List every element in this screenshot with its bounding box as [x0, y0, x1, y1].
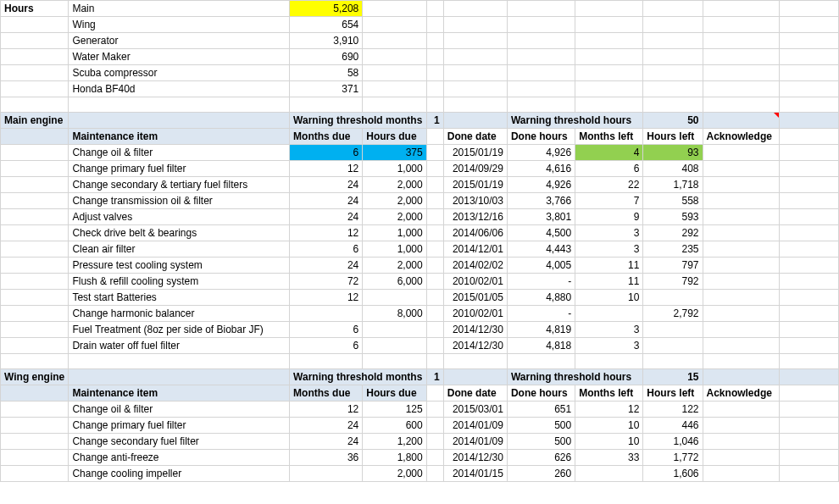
done-hours[interactable]: 4,926 — [507, 145, 575, 161]
hours-due[interactable]: 6,000 — [363, 274, 426, 290]
cell[interactable] — [426, 17, 443, 33]
equipment-name[interactable]: Main — [69, 1, 290, 17]
cell[interactable] — [575, 49, 643, 65]
done-hours[interactable]: 4,443 — [507, 241, 575, 258]
done-date[interactable]: 2015/01/19 — [443, 145, 507, 161]
acknowledge-cell[interactable] — [703, 274, 779, 290]
done-hours[interactable]: 4,880 — [507, 290, 575, 306]
done-date[interactable]: 2015/01/05 — [443, 290, 507, 306]
months-due[interactable]: 36 — [290, 450, 363, 466]
cell[interactable] — [779, 193, 838, 209]
cell[interactable] — [643, 17, 703, 33]
months-left[interactable]: 10 — [575, 434, 643, 450]
months-due[interactable]: 24 — [290, 434, 363, 450]
hours-left[interactable]: 1,606 — [643, 466, 703, 482]
done-date[interactable]: 2014/12/30 — [443, 450, 507, 466]
maintenance-item[interactable]: Fuel Treatment (8oz per side of Biobar J… — [69, 322, 290, 338]
cell[interactable] — [779, 129, 838, 145]
cell[interactable] — [703, 97, 779, 113]
months-due[interactable]: 6 — [290, 145, 363, 161]
months-due[interactable] — [290, 306, 363, 322]
equipment-hours[interactable]: 3,910 — [290, 33, 363, 49]
acknowledge-cell[interactable] — [703, 338, 779, 354]
cell[interactable] — [426, 81, 443, 97]
done-date[interactable]: 2015/03/01 — [443, 402, 507, 418]
months-due[interactable]: 24 — [290, 258, 363, 274]
cell[interactable] — [779, 241, 838, 258]
cell[interactable] — [363, 65, 426, 81]
cell[interactable] — [290, 97, 363, 113]
months-left[interactable] — [575, 306, 643, 322]
acknowledge-cell[interactable] — [703, 177, 779, 193]
cell[interactable] — [779, 434, 838, 450]
hours-due[interactable]: 375 — [363, 145, 426, 161]
done-date[interactable]: 2014/01/09 — [443, 434, 507, 450]
acknowledge-cell[interactable] — [703, 450, 779, 466]
equipment-hours[interactable]: 654 — [290, 17, 363, 33]
cell[interactable] — [426, 129, 443, 145]
cell[interactable] — [703, 49, 779, 65]
cell[interactable] — [643, 97, 703, 113]
section-title[interactable]: Wing engine — [1, 369, 69, 385]
equipment-hours[interactable]: 371 — [290, 81, 363, 97]
months-left[interactable] — [575, 466, 643, 482]
months-left[interactable]: 22 — [575, 177, 643, 193]
cell[interactable] — [703, 354, 779, 369]
cell[interactable] — [779, 225, 838, 241]
maintenance-item[interactable]: Change anti-freeze — [69, 450, 290, 466]
warning-threshold-months-value[interactable]: 1 — [426, 369, 443, 385]
acknowledge-cell[interactable] — [703, 322, 779, 338]
cell[interactable] — [363, 33, 426, 49]
done-hours[interactable]: 500 — [507, 434, 575, 450]
cell[interactable] — [1, 258, 69, 274]
equipment-hours[interactable]: 690 — [290, 49, 363, 65]
hours-label[interactable] — [1, 33, 69, 49]
hours-due[interactable] — [363, 338, 426, 354]
equipment-name[interactable]: Water Maker — [69, 49, 290, 65]
maintenance-item[interactable]: Change primary fuel filter — [69, 418, 290, 434]
col-done-hours[interactable]: Done hours — [507, 385, 575, 402]
warning-threshold-hours-value[interactable]: 15 — [643, 369, 703, 385]
maintenance-item[interactable]: Change oil & filter — [69, 402, 290, 418]
done-date[interactable]: 2013/10/03 — [443, 193, 507, 209]
col-acknowledge[interactable]: Acknowledge — [703, 129, 779, 145]
cell[interactable] — [703, 33, 779, 49]
hours-label[interactable] — [1, 81, 69, 97]
cell[interactable] — [1, 290, 69, 306]
cell[interactable] — [426, 450, 443, 466]
cell[interactable] — [426, 434, 443, 450]
cell[interactable] — [779, 402, 838, 418]
col-maintenance-item[interactable]: Maintenance item — [69, 385, 290, 402]
col-acknowledge[interactable]: Acknowledge — [703, 385, 779, 402]
maintenance-item[interactable]: Pressure test cooling system — [69, 258, 290, 274]
hours-due[interactable]: 1,000 — [363, 161, 426, 177]
months-due[interactable]: 24 — [290, 177, 363, 193]
done-date[interactable]: 2014/06/06 — [443, 225, 507, 241]
months-due[interactable]: 6 — [290, 338, 363, 354]
hours-left[interactable]: 122 — [643, 402, 703, 418]
cell[interactable] — [1, 274, 69, 290]
cell[interactable] — [1, 338, 69, 354]
cell[interactable] — [426, 241, 443, 258]
cell[interactable] — [426, 97, 443, 113]
cell[interactable] — [779, 290, 838, 306]
acknowledge-cell[interactable] — [703, 209, 779, 225]
done-date[interactable]: 2010/02/01 — [443, 274, 507, 290]
cell[interactable] — [426, 274, 443, 290]
acknowledge-cell[interactable] — [703, 418, 779, 434]
cell[interactable] — [779, 49, 838, 65]
done-hours[interactable]: 4,616 — [507, 161, 575, 177]
acknowledge-cell[interactable] — [703, 161, 779, 177]
cell[interactable] — [575, 97, 643, 113]
cell[interactable] — [426, 225, 443, 241]
months-left[interactable]: 33 — [575, 450, 643, 466]
cell[interactable] — [507, 97, 575, 113]
hours-left[interactable]: 593 — [643, 209, 703, 225]
cell[interactable] — [779, 418, 838, 434]
warning-threshold-hours-value[interactable]: 50 — [643, 113, 703, 129]
cell[interactable] — [779, 177, 838, 193]
hours-label[interactable] — [1, 17, 69, 33]
cell[interactable] — [69, 354, 290, 369]
hours-due[interactable]: 2,000 — [363, 258, 426, 274]
cell[interactable] — [1, 241, 69, 258]
